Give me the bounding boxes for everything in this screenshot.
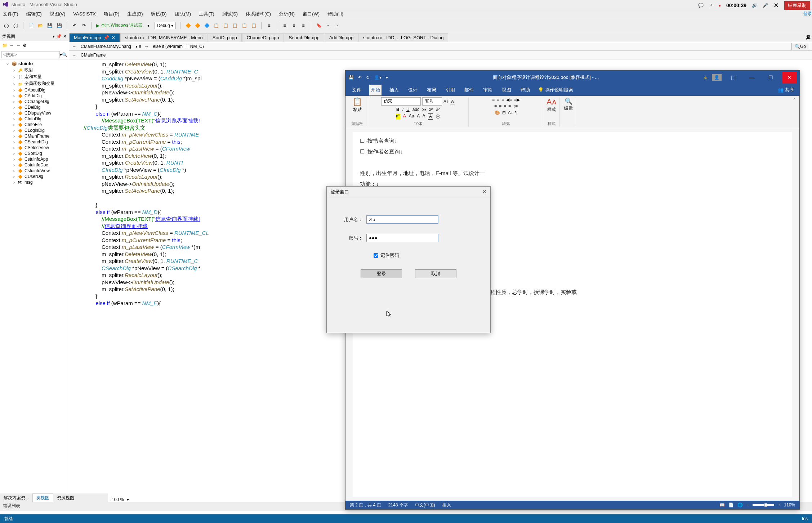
word-tab-视图[interactable]: 视图 [500, 85, 513, 95]
password-input[interactable] [366, 234, 438, 242]
tb-icon-4[interactable]: 📋 [213, 22, 219, 29]
code-line[interactable]: m_spliter.DeleteView(0, 1); [84, 61, 812, 68]
circle-char-icon[interactable]: ㊥ [436, 113, 440, 120]
menu-build[interactable]: 生成(B) [127, 11, 143, 17]
word-tab-引用[interactable]: 引用 [444, 85, 456, 95]
word-qa-dd-icon[interactable]: ▾ [386, 75, 388, 80]
file-tab-stuinfo.rc[interactable]: stuinfo.rc - IDR_MAINFRAME - Menu [120, 33, 208, 42]
multilevel-icon[interactable]: ≡ [501, 97, 504, 102]
menu-debug[interactable]: 调试(D) [151, 11, 167, 17]
cv-new-folder-icon[interactable]: 📁 [2, 43, 8, 48]
toolbox-tab[interactable]: 工具箱 [804, 30, 812, 34]
username-input[interactable] [366, 215, 438, 224]
word-account-icon[interactable]: 👤 [712, 74, 722, 81]
debug-dropdown-icon[interactable]: ▾ [145, 22, 152, 29]
menu-architecture[interactable]: 体系结构(C) [246, 11, 271, 17]
search-icon[interactable]: 🔍 [62, 52, 67, 57]
zoom-control[interactable]: 100 %▾ [112, 497, 129, 502]
word-language[interactable]: 中文(中国) [415, 502, 435, 508]
tree-item-映射[interactable]: ▹映射 [1, 67, 68, 73]
find-icon[interactable]: 🔍 [565, 97, 572, 105]
grow-icon[interactable]: A [417, 113, 420, 120]
subscript-icon[interactable]: x₂ [422, 107, 426, 112]
word-view-print-icon[interactable]: 📄 [728, 502, 734, 508]
nav-back-icon[interactable]: ◯ [3, 22, 9, 29]
tb-icon-13[interactable]: ▫ [325, 22, 331, 29]
word-page-count[interactable]: 第 2 页，共 4 页 [350, 502, 381, 508]
word-redo-icon[interactable]: ↻ [366, 75, 370, 80]
menu-vassistx[interactable]: VASSISTX [73, 11, 96, 17]
menu-window[interactable]: 窗口(W) [303, 11, 320, 17]
word-body-line[interactable]: ☐ ·按作者名查询↓ [360, 146, 785, 157]
align-right-icon[interactable]: ≡ [504, 104, 506, 109]
tb-icon-10[interactable]: ≡ [281, 22, 288, 29]
word-body-line[interactable]: ☐ ·按书名查询↓ [360, 135, 785, 146]
tree-item-msg[interactable]: ▹msg [1, 179, 68, 185]
styles-icon[interactable]: Aᴀ [546, 97, 557, 107]
tree-item-CAddDlg[interactable]: ▹CAddDlg [1, 93, 68, 99]
cv-back-icon[interactable]: ← [10, 43, 14, 48]
word-save-icon[interactable]: 💾 [348, 75, 354, 80]
cv-fwd-icon[interactable]: → [16, 43, 21, 48]
menu-view[interactable]: 视图(V) [50, 11, 65, 17]
speaker-icon[interactable]: 🔊 [752, 3, 757, 8]
menu-team[interactable]: 团队(M) [175, 11, 191, 17]
word-max-icon[interactable]: ☐ [763, 72, 778, 83]
word-warn-icon[interactable]: ⚠ [704, 75, 708, 80]
save-all-icon[interactable]: 💾 [56, 22, 62, 29]
cancel-button[interactable]: 取消 [415, 269, 456, 278]
align-center-icon[interactable]: ≡ [499, 104, 501, 109]
superscript-icon[interactable]: x² [429, 107, 433, 112]
dec-indent-icon[interactable]: ◀≡ [506, 97, 512, 102]
word-tab-审阅[interactable]: 审阅 [482, 85, 494, 95]
justify-icon[interactable]: ≡ [508, 104, 511, 109]
nav-arrow2-icon[interactable]: → [144, 44, 148, 49]
nav2-arrow-icon[interactable]: → [72, 53, 76, 58]
font-size-select[interactable]: 五号 [422, 97, 442, 106]
tree-item-CUserDlg[interactable]: ▹CUserDlg [1, 174, 68, 179]
mic-icon[interactable]: 🎤 [763, 3, 768, 8]
word-tab-邮件[interactable]: 邮件 [463, 85, 475, 95]
inc-indent-icon[interactable]: ≡▶ [514, 97, 520, 102]
tb-icon-12[interactable]: ≡ [300, 22, 307, 29]
tb-icon-7[interactable]: 📋 [241, 22, 247, 29]
share-button[interactable]: 👥 共享 [778, 87, 794, 93]
menu-test[interactable]: 测试(S) [222, 11, 238, 17]
align-left-icon[interactable]: ≡ [494, 104, 497, 109]
go-button[interactable]: 🔍Go [791, 43, 809, 50]
tree-toggle-icon[interactable]: ▿ [6, 61, 10, 66]
show-marks-icon[interactable]: ¶ [515, 110, 517, 115]
stop-recording-button[interactable]: 结束录制 [784, 1, 810, 10]
italic-icon[interactable]: I [402, 107, 403, 112]
tell-me-search[interactable]: 💡 操作说明搜索 [538, 87, 573, 93]
nav-fwd-icon[interactable]: ◯ [12, 22, 19, 29]
word-tab-设计[interactable]: 设计 [407, 85, 419, 95]
ribbon-collapse-icon[interactable]: ⌃ [792, 97, 797, 103]
bold-icon[interactable]: B [396, 107, 400, 112]
word-body-line[interactable] [360, 157, 785, 168]
line-spacing-icon[interactable]: ↕≡ [513, 104, 518, 109]
signin-link[interactable]: 登录 [803, 11, 812, 17]
tree-item-CstuinfoApp[interactable]: ▹CstuinfoApp [1, 156, 68, 162]
pin-icon[interactable]: 📌 [103, 35, 109, 40]
font-name-select[interactable]: 仿宋 [381, 97, 421, 106]
tree-item-CSelectView[interactable]: ▹CSelectView [1, 145, 68, 151]
word-view-web-icon[interactable]: 🌐 [737, 502, 743, 508]
underline-icon[interactable]: U [406, 107, 410, 112]
word-ribbon-opts-icon[interactable]: ⬚ [726, 72, 740, 83]
strike-icon[interactable]: abc [412, 107, 419, 112]
tb-icon-2[interactable]: 🔶 [194, 22, 201, 29]
cv-settings-icon[interactable]: ⚙ [23, 43, 27, 48]
paste-icon[interactable]: 📋 [352, 97, 362, 107]
word-view-read-icon[interactable]: 📖 [719, 502, 725, 508]
tab-solution-explorer[interactable]: 解决方案资... [0, 494, 32, 502]
change-case-icon[interactable]: Aa [409, 113, 414, 120]
cv-pin-icon[interactable]: 📌 [56, 34, 62, 39]
tb-icon-14[interactable]: ▫ [334, 22, 341, 29]
font-style-icon[interactable]: A [450, 99, 455, 104]
highlight-icon[interactable]: aᵇ [396, 113, 400, 120]
tb-icon-5[interactable]: 📋 [222, 22, 229, 29]
open-icon[interactable]: 📂 [37, 22, 44, 29]
file-tab-MainFrm.cpp[interactable]: MainFrm.cpp📌✕ [69, 33, 120, 42]
file-tab-SortDlg.cpp[interactable]: SortDlg.cpp [208, 33, 242, 42]
